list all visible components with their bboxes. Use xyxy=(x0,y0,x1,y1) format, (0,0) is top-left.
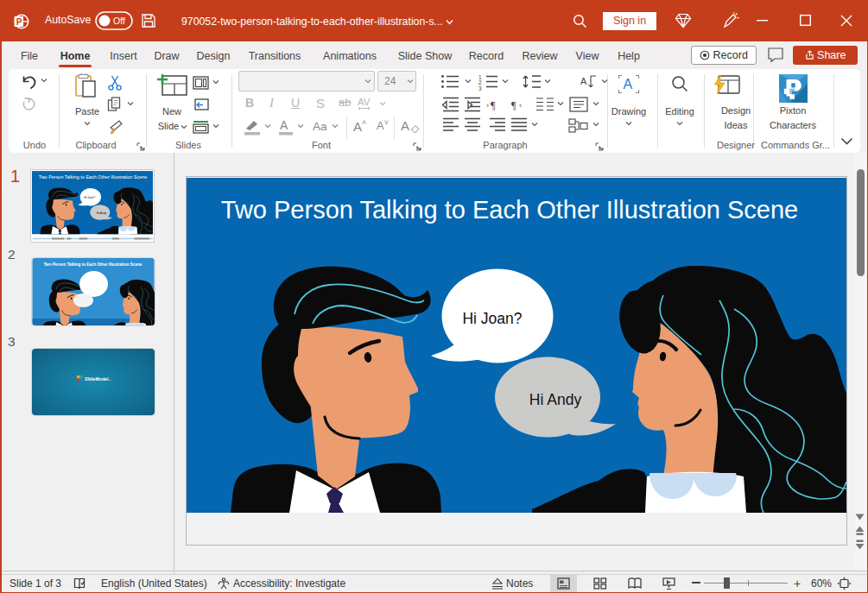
svg-text:Off: Off xyxy=(113,16,125,26)
svg-text:¶: ¶ xyxy=(511,99,516,111)
svg-text:SlideModel...: SlideModel... xyxy=(85,376,111,382)
svg-text:‹: ‹ xyxy=(519,101,522,110)
svg-text:Two Person Talking to Each Oth: Two Person Talking to Each Other Illustr… xyxy=(44,262,143,267)
svg-text:AV: AV xyxy=(358,97,371,107)
svg-text:A: A xyxy=(580,76,587,86)
svg-text:¶: ¶ xyxy=(491,99,496,111)
svg-text:3: 3 xyxy=(478,85,482,91)
svg-text:A: A xyxy=(280,118,288,132)
svg-text:›: › xyxy=(486,101,489,110)
svg-text:P: P xyxy=(16,17,22,27)
svg-text:A: A xyxy=(624,77,633,91)
